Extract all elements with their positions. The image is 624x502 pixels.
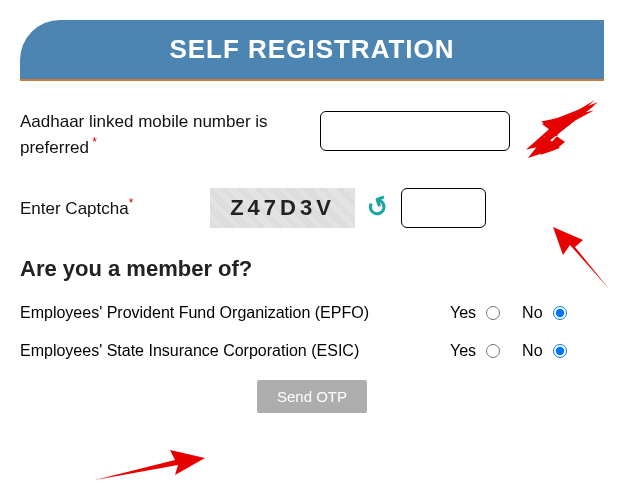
- submit-row: Send OTP: [20, 380, 604, 413]
- mobile-row: Aadhaar linked mobile number is preferre…: [20, 111, 604, 160]
- member-section-heading-text: Are you a member of?: [20, 256, 252, 281]
- yes-label: Yes: [450, 304, 476, 322]
- radio-group-epfo: Yes No: [450, 304, 567, 322]
- annotation-arrow-icon: [90, 440, 210, 490]
- esic-no-radio[interactable]: [553, 344, 567, 358]
- page-header: SELF REGISTRATION: [20, 20, 604, 81]
- mobile-input-col: [320, 111, 604, 151]
- no-label: No: [522, 304, 542, 322]
- captcha-row: Enter Captcha* Z47D3V ↻: [20, 188, 604, 228]
- yes-label: Yes: [450, 342, 476, 360]
- mobile-label-text: Aadhaar linked mobile number is preferre…: [20, 112, 268, 157]
- member-label-epfo: Employees' Provident Fund Organization (…: [20, 304, 450, 322]
- captcha-label-text: Enter Captcha: [20, 198, 129, 217]
- esic-yes-radio[interactable]: [486, 344, 500, 358]
- captcha-label: Enter Captcha*: [20, 195, 210, 221]
- mobile-label: Aadhaar linked mobile number is preferre…: [20, 111, 320, 160]
- epfo-yes-radio[interactable]: [486, 306, 500, 320]
- no-label: No: [522, 342, 542, 360]
- epfo-no-radio[interactable]: [553, 306, 567, 320]
- send-otp-label: Send OTP: [277, 388, 347, 405]
- captcha-input[interactable]: [401, 188, 486, 228]
- member-section-heading: Are you a member of?: [20, 256, 604, 282]
- member-label-esic: Employees' State Insurance Corporation (…: [20, 342, 450, 360]
- captcha-image-text: Z47D3V: [230, 195, 335, 221]
- required-asterisk: *: [129, 196, 134, 210]
- refresh-icon[interactable]: ↻: [362, 189, 393, 226]
- page-title: SELF REGISTRATION: [169, 34, 454, 64]
- captcha-input-col: Z47D3V ↻: [210, 188, 604, 228]
- member-row-esic: Employees' State Insurance Corporation (…: [20, 342, 604, 360]
- member-row-epfo: Employees' Provident Fund Organization (…: [20, 304, 604, 322]
- send-otp-button[interactable]: Send OTP: [257, 380, 367, 413]
- captcha-image: Z47D3V: [210, 188, 355, 228]
- required-asterisk: *: [89, 135, 97, 149]
- mobile-input[interactable]: [320, 111, 510, 151]
- radio-group-esic: Yes No: [450, 342, 567, 360]
